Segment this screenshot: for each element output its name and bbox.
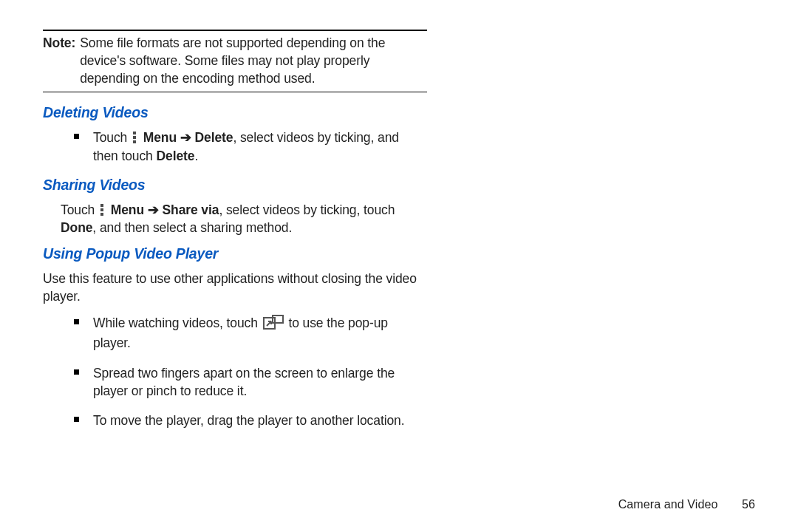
footer-page-number: 56 (742, 498, 755, 511)
heading-deleting-videos: Deleting Videos (43, 104, 427, 121)
text-bold: Done (61, 220, 92, 235)
content-column: Note: Some file formats are not supporte… (43, 30, 427, 429)
text: , select videos by ticking, touch (219, 202, 395, 217)
text: While watching videos, touch (93, 316, 258, 330)
menu-dots-icon (132, 132, 137, 143)
rule-top (43, 30, 427, 31)
text: Touch (93, 130, 127, 145)
arrow-icon: ➔ (180, 130, 191, 145)
popup-list: While watching videos, touch to use the … (43, 314, 427, 429)
text-bold: Delete (157, 149, 195, 163)
text-bold: Share via (162, 202, 219, 217)
page-footer: Camera and Video 56 (618, 498, 755, 511)
list-item: Touch Menu ➔ Delete, select videos by ti… (61, 129, 427, 164)
text-bold: Menu (143, 130, 177, 145)
sharing-paragraph: Touch Menu ➔ Share via, select videos by… (61, 201, 427, 236)
list-item: While watching videos, touch to use the … (61, 314, 427, 352)
deleting-list: Touch Menu ➔ Delete, select videos by ti… (43, 129, 427, 164)
arrow-icon: ➔ (148, 202, 159, 217)
list-item: To move the player, drag the player to a… (61, 412, 427, 429)
note-block: Note: Some file formats are not supporte… (43, 34, 427, 87)
list-item: Spread two fingers apart on the screen t… (61, 364, 427, 400)
heading-sharing-videos: Sharing Videos (43, 177, 427, 194)
popup-intro: Use this feature to use other applicatio… (43, 270, 427, 305)
heading-popup-player: Using Popup Video Player (43, 245, 427, 262)
text: Touch (61, 202, 95, 217)
text: , and then select a sharing method. (92, 220, 292, 235)
menu-dots-icon (99, 204, 105, 216)
text-bold: Menu (111, 202, 144, 217)
text: , select videos by ticking, and then tou… (93, 130, 399, 163)
popup-player-icon (263, 315, 284, 334)
footer-section: Camera and Video (618, 498, 718, 511)
note-label: Note: (43, 34, 75, 87)
note-body: Some file formats are not supported depe… (80, 34, 427, 87)
text: . (194, 149, 198, 163)
text-bold: Delete (194, 130, 233, 145)
rule-bottom (43, 92, 427, 92)
